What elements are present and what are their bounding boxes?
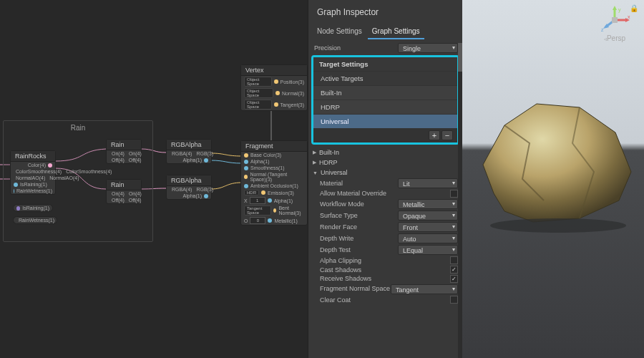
tab-graph-settings[interactable]: Graph Settings xyxy=(368,24,424,39)
recvshadows-checkbox[interactable]: ✓ xyxy=(450,275,458,283)
precision-dropdown[interactable]: Single xyxy=(398,43,458,53)
castshadows-label: Cast Shadows xyxy=(313,266,450,274)
workflow-label: Workflow Mode xyxy=(313,200,398,208)
vertex-master-node[interactable]: Vertex Object SpacePosition(3) Object Sp… xyxy=(240,64,308,111)
group-title: Rain xyxy=(4,121,152,135)
allow-override-checkbox[interactable] xyxy=(450,190,458,198)
target-item-builtin[interactable]: Built-In xyxy=(313,85,457,100)
port-in[interactable] xyxy=(244,166,248,170)
fragment-master-node[interactable]: Fragment Base Color(3) Alpha(1) Smoothne… xyxy=(240,140,308,226)
precision-label: Precision xyxy=(313,44,398,52)
depthwrite-label: Depth Write xyxy=(313,235,398,242)
active-targets-list: Active Targets Built-In HDRP Universal xyxy=(313,71,457,128)
rgbalpha-node-upper[interactable]: RGBAlpha RGBA(4)RGB(3) Alpha(1) xyxy=(166,139,212,164)
axis-x-label: x xyxy=(628,14,630,19)
port-in[interactable] xyxy=(268,198,272,203)
projection-label[interactable]: ◃Persp xyxy=(595,34,634,42)
chevron-right-icon: ▶ xyxy=(313,160,316,165)
port-out[interactable] xyxy=(16,206,20,211)
workflow-dropdown[interactable]: Metallic xyxy=(398,199,458,209)
port-in[interactable] xyxy=(275,91,280,95)
port-out[interactable] xyxy=(204,158,208,163)
chevron-down-icon: ▼ xyxy=(313,170,318,175)
chevron-right-icon: ▶ xyxy=(313,150,316,155)
node-title: Rain xyxy=(107,180,141,190)
recvshadows-label: Receive Shadows xyxy=(313,276,450,282)
port-in[interactable] xyxy=(244,153,248,158)
inspector-body: Precision Single Target Settings Active … xyxy=(308,39,462,358)
metallic-o-field[interactable]: 0 xyxy=(250,217,265,224)
node-title: RGBAlpha xyxy=(167,140,211,150)
port-in[interactable] xyxy=(14,183,18,187)
port-in[interactable] xyxy=(274,102,278,107)
allow-override-label: Allow Material Override xyxy=(313,190,450,197)
port-out[interactable] xyxy=(204,194,208,198)
rgbalpha-node-lower[interactable]: RGBAlpha RGBA(4)RGB(3) Alpha(1) xyxy=(166,175,212,200)
port-in[interactable] xyxy=(14,189,14,193)
rock-preview xyxy=(472,93,637,236)
remove-target-button[interactable]: − xyxy=(441,130,453,140)
node-title: Vertex xyxy=(241,65,307,76)
foldout-builtin[interactable]: ▶Built-In xyxy=(313,147,458,158)
svg-marker-1 xyxy=(613,6,617,10)
scene-viewport[interactable]: 🔒 y x z ◃Persp xyxy=(462,0,644,358)
inspector-tabs: Node Settings Graph Settings xyxy=(308,24,462,39)
panel-title: Graph Inspector xyxy=(308,0,462,24)
axis-z-label: z xyxy=(601,27,604,32)
rainrocks-node[interactable]: RainRocks Color(4) ColorSmoothness(4)Col… xyxy=(10,150,56,195)
fragnormal-dropdown[interactable]: Tangent xyxy=(391,284,458,294)
target-item-universal[interactable]: Universal xyxy=(313,114,457,128)
port-in[interactable] xyxy=(261,190,265,195)
svg-marker-7 xyxy=(483,104,631,222)
rain-node-upper[interactable]: Rain On(4)On(4) Off(4)Off(4) xyxy=(106,139,142,164)
property-chip-rainwetness[interactable]: RainWetness(1) xyxy=(13,216,57,224)
depthtest-dropdown[interactable]: LEqual xyxy=(398,245,458,255)
active-targets-header: Active Targets xyxy=(313,71,457,85)
port-in[interactable] xyxy=(244,184,248,188)
port-in[interactable] xyxy=(274,79,278,84)
node-title: RGBAlpha xyxy=(167,175,211,186)
node-title: Fragment xyxy=(241,141,307,152)
node-title: Rain xyxy=(107,140,141,150)
port-in[interactable] xyxy=(273,208,276,213)
depthtest-label: Depth Test xyxy=(313,246,398,253)
port-in[interactable] xyxy=(244,175,248,179)
target-item-hdrp[interactable]: HDRP xyxy=(313,100,457,114)
graph-inspector-panel: Graph Inspector Node Settings Graph Sett… xyxy=(308,0,462,358)
clearcoat-label: Clear Coat xyxy=(313,296,450,304)
svg-point-8 xyxy=(490,218,626,233)
surface-label: Surface Type xyxy=(313,212,398,219)
alphaclip-checkbox[interactable] xyxy=(450,256,458,264)
rain-node-lower[interactable]: Rain On(4)On(4) Off(4)Off(4) xyxy=(106,179,142,204)
alphaclip-label: Alpha Clipping xyxy=(313,257,450,264)
orientation-gizmo[interactable]: y x z ◃Persp xyxy=(595,6,634,52)
svg-rect-6 xyxy=(612,17,618,23)
port-in[interactable] xyxy=(244,160,248,164)
renderface-label: Render Face xyxy=(313,223,398,231)
castshadows-checkbox[interactable]: ✓ xyxy=(450,266,458,274)
clearcoat-checkbox[interactable] xyxy=(450,296,458,304)
material-label: Material xyxy=(313,180,398,187)
axis-y-label: y xyxy=(618,7,621,13)
target-settings-title: Target Settings xyxy=(313,57,457,71)
shader-graph-canvas[interactable]: Vertex Object SpacePosition(3) Object Sp… xyxy=(0,0,308,358)
node-title: RainRocks xyxy=(11,151,55,162)
surface-dropdown[interactable]: Opaque xyxy=(398,211,458,221)
alpha-x-field[interactable]: 1 xyxy=(250,197,265,204)
property-chip-israining[interactable]: IsRaining(1) xyxy=(13,204,53,212)
depthwrite-dropdown[interactable]: Auto xyxy=(398,233,458,243)
fragnormal-label: Fragment Normal Space xyxy=(313,286,391,292)
port-in[interactable] xyxy=(268,218,272,223)
port-out[interactable] xyxy=(48,163,52,168)
foldout-universal[interactable]: ▼Universal xyxy=(313,168,458,178)
foldout-hdrp[interactable]: ▶HDRP xyxy=(313,158,458,168)
target-settings-box: Target Settings Active Targets Built-In … xyxy=(311,55,459,145)
renderface-dropdown[interactable]: Front xyxy=(398,222,458,232)
tab-node-settings[interactable]: Node Settings xyxy=(313,24,366,39)
add-target-button[interactable]: + xyxy=(429,130,440,140)
material-dropdown[interactable]: Lit xyxy=(398,178,458,188)
